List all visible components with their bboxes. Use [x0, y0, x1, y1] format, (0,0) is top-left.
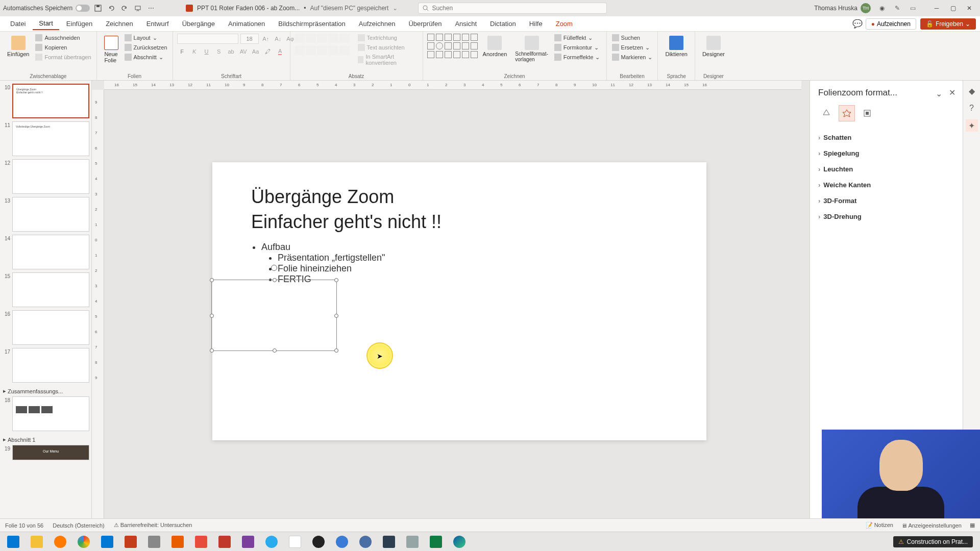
format-painter-button[interactable]: Format übertragen	[34, 53, 92, 61]
slide-body[interactable]: Aufbau Präsentation „fertigstellen" Foli…	[261, 242, 385, 285]
search-input[interactable]	[432, 5, 602, 12]
section-header-1[interactable]: ▸Abschnitt 1	[2, 434, 89, 445]
section-spiegelung[interactable]: Spiegelung	[818, 145, 954, 161]
taskbar-app-icon[interactable]	[143, 533, 165, 550]
slide-canvas-area[interactable]: 1615141312111098765432101234567891011121…	[92, 81, 810, 518]
taskbar-app-icon[interactable]	[190, 533, 212, 550]
display-settings-button[interactable]: 🖥 Anzeigeeinstellungen	[901, 522, 962, 529]
arrange-button[interactable]: Anordnen	[480, 34, 510, 59]
shape-effects-button[interactable]: Formeffekte⌄	[553, 53, 601, 61]
find-button[interactable]: Suchen	[611, 34, 654, 42]
italic-icon[interactable]: K	[189, 47, 200, 56]
slide-thumb-17[interactable]	[12, 348, 89, 383]
indent-dec-icon[interactable]	[317, 34, 327, 43]
format-pane-dropdown-icon[interactable]: ⌄	[936, 89, 942, 98]
paste-button[interactable]: Einfügen	[4, 34, 32, 59]
section-leuchten[interactable]: Leuchten	[818, 161, 954, 177]
fill-line-tab[interactable]	[818, 105, 835, 121]
replace-button[interactable]: Ersetzen⌄	[611, 43, 654, 52]
slide-thumb-14[interactable]	[12, 235, 89, 269]
reset-button[interactable]: Zurücksetzen	[124, 43, 168, 52]
columns-icon[interactable]	[339, 46, 350, 55]
shape-fill-button[interactable]: Fülleffekt⌄	[553, 34, 601, 42]
tab-entwurf[interactable]: Entwurf	[140, 18, 175, 30]
taskbar-app-icon[interactable]	[213, 533, 236, 550]
cut-button[interactable]: Ausschneiden	[34, 34, 92, 42]
save-icon[interactable]	[94, 4, 102, 12]
designer-button[interactable]: Designer	[699, 34, 728, 59]
taskbar-edge-icon[interactable]	[448, 533, 471, 550]
size-properties-tab[interactable]	[859, 105, 875, 121]
slide-thumb-11[interactable]: Vollständige Übergänge Zoom	[12, 121, 89, 156]
section-button[interactable]: Abschnitt⌄	[124, 53, 168, 61]
close-button[interactable]: ✕	[962, 3, 977, 14]
maximize-button[interactable]: ▢	[945, 3, 961, 14]
taskbar-firefox-icon[interactable]	[49, 533, 71, 550]
rail-designer-icon[interactable]: ✦	[966, 119, 978, 132]
new-slide-button[interactable]: Neue Folie	[101, 34, 121, 65]
tab-zoom[interactable]: Zoom	[550, 18, 579, 30]
section-header-summary[interactable]: ▸Zusammenfassungs...	[2, 386, 89, 396]
minimize-button[interactable]: ─	[929, 3, 944, 14]
align-center-icon[interactable]	[306, 46, 316, 55]
slide-thumb-19[interactable]: Our Menu	[12, 445, 89, 460]
taskbar-app-icon[interactable]	[378, 533, 400, 550]
section-3d-format[interactable]: 3D-Format	[818, 193, 954, 209]
resize-handle[interactable]	[334, 314, 338, 318]
taskbar-outlook-icon[interactable]	[96, 533, 118, 550]
font-size-select[interactable]	[240, 34, 259, 44]
justify-icon[interactable]	[328, 46, 338, 55]
taskbar-app-icon[interactable]	[354, 533, 377, 550]
taskbar-onenote-icon[interactable]	[237, 533, 259, 550]
clear-format-icon[interactable]: Aφ	[285, 34, 296, 43]
taskbar-app-icon[interactable]	[284, 533, 306, 550]
decrease-font-icon[interactable]: A↓	[273, 34, 283, 43]
share-button[interactable]: 🔓Freigeben⌄	[920, 18, 976, 30]
numbering-icon[interactable]	[306, 34, 316, 43]
format-pane-close-icon[interactable]: ✕	[949, 88, 955, 97]
resize-handle[interactable]	[273, 278, 277, 282]
language-status[interactable]: Deutsch (Österreich)	[53, 522, 104, 529]
comments-icon[interactable]: 💬	[853, 20, 862, 28]
ribbon-display-icon[interactable]: ▭	[909, 4, 917, 12]
taskbar-telegram-icon[interactable]	[260, 533, 283, 550]
tab-bildschirmpraesentation[interactable]: Bildschirmpräsentation	[272, 18, 352, 30]
taskbar-explorer-icon[interactable]	[26, 533, 48, 550]
layout-button[interactable]: Layout⌄	[124, 34, 168, 42]
redo-icon[interactable]	[120, 4, 129, 12]
line-spacing-icon[interactable]	[339, 34, 350, 43]
taskbar-powerpoint-icon[interactable]	[119, 533, 142, 550]
tab-ueberpruefen[interactable]: Überprüfen	[402, 18, 448, 30]
resize-handle[interactable]	[273, 348, 277, 353]
spacing-icon[interactable]: AV	[238, 47, 249, 56]
start-button[interactable]	[2, 533, 24, 550]
rotate-handle[interactable]	[271, 265, 277, 271]
tab-datei[interactable]: Datei	[4, 18, 32, 30]
resize-handle[interactable]	[334, 348, 338, 353]
autosave-toggle[interactable]	[76, 5, 90, 12]
tab-start[interactable]: Start	[33, 17, 59, 30]
slide-thumb-15[interactable]	[12, 272, 89, 307]
rail-format-icon[interactable]: ◆	[966, 85, 978, 97]
resize-handle[interactable]	[210, 348, 214, 353]
tab-uebergaenge[interactable]: Übergänge	[176, 18, 221, 30]
indent-inc-icon[interactable]	[328, 34, 338, 43]
slide-thumbnails-panel[interactable]: 10 Übergänge ZoomEinfacher geht's nicht …	[0, 81, 92, 518]
shadow-icon[interactable]: ab	[226, 47, 236, 56]
view-normal-icon[interactable]: ▦	[970, 522, 975, 529]
taskbar-chrome-icon[interactable]	[72, 533, 95, 550]
bullets-icon[interactable]	[295, 34, 305, 43]
slide-title[interactable]: Übergänge Zoom Einfacher geht's nicht !!	[251, 185, 442, 234]
effects-tab[interactable]	[839, 105, 855, 121]
edit-mode-icon[interactable]: ✎	[893, 4, 901, 12]
user-account[interactable]: Thomas Hruska TH	[814, 3, 871, 13]
resize-handle[interactable]	[334, 278, 338, 282]
text-direction-button[interactable]: Textrichtung	[357, 34, 419, 42]
section-schatten[interactable]: Schatten	[818, 130, 954, 145]
resize-handle[interactable]	[210, 314, 214, 318]
taskbar-app-icon[interactable]	[401, 533, 424, 550]
underline-icon[interactable]: U	[202, 47, 212, 56]
slide-thumb-13[interactable]	[12, 197, 89, 232]
tab-dictation[interactable]: Dictation	[484, 18, 522, 30]
slide-editor[interactable]: Übergänge Zoom Einfacher geht's nicht !!…	[212, 162, 706, 440]
